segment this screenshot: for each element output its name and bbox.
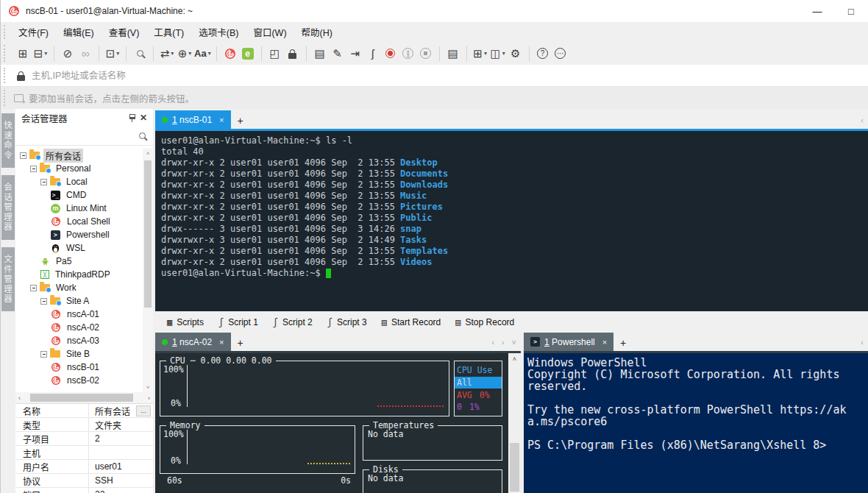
tree-item-Work[interactable]: Work	[15, 281, 153, 294]
tab-scroll-right-icon[interactable]: ›	[502, 338, 505, 347]
tree-item-所有会话[interactable]: 所有会话	[15, 149, 153, 162]
tree-item-nscA-02[interactable]: nscA-02	[15, 321, 153, 334]
monitor-scrollbar[interactable]: ˄	[508, 353, 521, 493]
lock-screen-button[interactable]	[285, 45, 301, 63]
collapse-icon[interactable]	[40, 351, 47, 358]
compose-bar-button[interactable]: ▤	[312, 45, 328, 63]
tree-item-Local[interactable]: Local	[15, 175, 153, 188]
monitor-terminal[interactable]: CPU ─ 0.00 0.00 0.00 100% 0% CPU Use All	[155, 353, 508, 493]
maximize-button[interactable]: □	[834, 0, 868, 22]
disconnect-button[interactable]: ⊘	[60, 45, 76, 63]
script-button-script-3[interactable]: ʃScript 3	[321, 315, 373, 330]
tree-item-Pa5[interactable]: Pa5	[15, 255, 153, 268]
open-session-button[interactable]: ⊟▾	[32, 45, 49, 63]
tab-scroll-left-icon[interactable]: ‹	[861, 116, 864, 124]
tab-scroll-left-icon[interactable]: ‹	[861, 338, 864, 347]
powershell-line: PS C:\Program Files (x86)\NetSarang\Xshe…	[527, 439, 868, 451]
new-tab-button[interactable]: +	[231, 337, 250, 349]
tree-item-Local-Shell[interactable]: Local Shell	[15, 215, 153, 228]
tree-item-Site-A[interactable]: Site A	[15, 294, 153, 308]
reconnect-button[interactable]: ∞	[77, 45, 93, 63]
tab-close-icon[interactable]: ×	[219, 338, 224, 347]
tree-item-WSL[interactable]: WSL	[15, 241, 153, 255]
split-layout-button[interactable]: ◫▾	[490, 45, 506, 63]
script-button-stop-record[interactable]: ▤Stop Record	[449, 315, 520, 330]
send-text-button[interactable]: ⇥	[347, 45, 363, 63]
tab-nscA-02[interactable]: 1 nscA-02 ×	[155, 333, 231, 351]
menu-item-0[interactable]: 文件(F)	[11, 25, 56, 41]
tree-item-nscB-01[interactable]: nscB-01	[15, 361, 153, 374]
menu-item-1[interactable]: 编辑(E)	[56, 25, 102, 41]
transfer-button[interactable]: ⇄▾	[159, 45, 175, 63]
tree-item-Site-B[interactable]: Site B	[15, 347, 153, 361]
toolbar-separator	[216, 46, 217, 61]
menu-item-4[interactable]: 选项卡(B)	[191, 25, 246, 41]
feedback-button[interactable]: ⋯	[552, 45, 569, 63]
script-button-start-record[interactable]: ▤Start Record	[376, 315, 447, 330]
dock-tab-2[interactable]: 文件管理器	[1, 247, 15, 312]
open-session-button-icon: ⊟	[34, 47, 43, 60]
tree-item-Linux-Mint[interactable]: mLinux Mint	[15, 202, 153, 215]
fullscreen-button[interactable]: ◰	[267, 45, 283, 63]
pin-icon[interactable]	[129, 114, 135, 119]
script-button-script-1[interactable]: ʃScript 1	[213, 315, 264, 330]
notes-button[interactable]: ▤	[445, 45, 461, 63]
session-search[interactable]	[15, 127, 153, 146]
xftp-button[interactable]: e	[240, 45, 256, 63]
script-button-script-2[interactable]: ʃScript 2	[267, 315, 319, 330]
tab-menu-icon[interactable]: ˅	[512, 338, 516, 347]
lock-icon	[288, 53, 296, 59]
collapse-icon[interactable]	[30, 166, 37, 172]
find-button[interactable]	[132, 45, 148, 63]
tab-close-icon[interactable]: ×	[602, 338, 607, 347]
settings-button[interactable]: ⚙	[508, 45, 524, 63]
minimize-button[interactable]: —	[800, 0, 834, 22]
tree-vertical-scrollbar[interactable]: ˄ ˅	[143, 149, 153, 392]
new-terminal-button[interactable]: ⊡▾	[104, 45, 121, 63]
property-value: SSH	[89, 475, 153, 486]
collapse-icon[interactable]	[20, 152, 26, 159]
tree-item-Powershell[interactable]: >Powershell	[15, 228, 153, 241]
tree-item-Personal[interactable]: Personal	[15, 162, 153, 175]
new-session-button[interactable]: ⊞	[15, 45, 31, 63]
record-button[interactable]	[383, 45, 399, 63]
tab-close-icon[interactable]: ×	[219, 116, 224, 124]
tree-item-ThinkpadRDP[interactable]: ╳ThinkpadRDP	[15, 268, 153, 281]
tree-item-nscB-02[interactable]: nscB-02	[15, 374, 153, 387]
main-terminal[interactable]: user01@alan-Virtual-Machine:~$ ls -ltota…	[155, 131, 868, 311]
new-tab-button[interactable]: ⊞▾	[472, 45, 488, 63]
tree-item-nscA-01[interactable]: nscA-01	[15, 308, 153, 321]
script-button-scripts[interactable]: ▦Scripts	[161, 315, 210, 330]
highlight-button[interactable]: ✎	[330, 45, 346, 63]
tab-powershell[interactable]: > 1 Powershell ×	[524, 333, 613, 351]
new-terminal-button-icon: ⊡	[106, 47, 115, 60]
encoding-button[interactable]: ⊕▾	[177, 45, 193, 63]
stop-record-button[interactable]	[418, 45, 434, 63]
collapse-icon[interactable]	[40, 179, 47, 185]
more-button[interactable]: ...	[136, 405, 151, 416]
font-button[interactable]: Aa▾	[194, 45, 211, 63]
run-script-button[interactable]: ʃ	[365, 45, 381, 63]
panel-close-icon[interactable]: ✕	[140, 113, 147, 123]
tree-item-CMD[interactable]: >_CMD	[15, 188, 153, 202]
property-value-text: 22	[95, 489, 104, 493]
collapse-icon[interactable]	[30, 285, 37, 291]
menu-item-6[interactable]: 帮助(H)	[294, 25, 340, 41]
tree-item-nscA-03[interactable]: nscA-03	[15, 334, 153, 347]
menu-item-3[interactable]: 工具(T)	[146, 25, 191, 41]
help-button[interactable]: ?	[535, 45, 551, 63]
pause-record-button[interactable]: ∥	[400, 45, 416, 63]
tab-nscB-01[interactable]: 1 nscB-01 ×	[155, 110, 231, 129]
xshell-button[interactable]	[222, 45, 238, 63]
collapse-icon[interactable]	[40, 298, 47, 305]
tab-scroll-left-icon[interactable]: ‹	[491, 338, 494, 347]
tree-horizontal-scrollbar[interactable]: ‹ ›	[15, 392, 153, 403]
host-address-input[interactable]	[32, 71, 868, 81]
dock-tab-0[interactable]: 快速命令	[1, 113, 15, 168]
menu-item-5[interactable]: 窗口(W)	[246, 25, 294, 41]
menu-item-2[interactable]: 查看(V)	[102, 25, 147, 41]
powershell-terminal[interactable]: Windows PowerShellCopyright (C) Microsof…	[524, 353, 868, 493]
new-tab-button[interactable]: +	[231, 115, 250, 127]
new-tab-button[interactable]: +	[613, 337, 633, 349]
dock-tab-1[interactable]: 会话管理器	[1, 175, 15, 240]
